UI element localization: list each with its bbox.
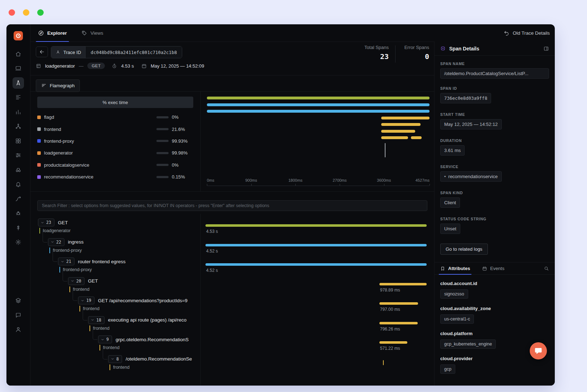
sidebar-item-infra-monitoring[interactable] <box>13 164 24 176</box>
span-operation-name: /oteldemo.RecommendationSe <box>126 356 192 362</box>
legend-service-loadgenerator[interactable]: loadgenerator99.98% <box>37 147 193 159</box>
span-details-tab-events[interactable]: Events <box>482 263 504 274</box>
span-duration-bar[interactable] <box>379 341 407 344</box>
tree-connector <box>73 288 77 301</box>
span-row[interactable]: 18executing api route (pages) /api/reco <box>88 316 199 324</box>
app-logo[interactable] <box>14 31 23 40</box>
span-expand-chip[interactable]: 18 <box>88 316 105 324</box>
span-duration-bar[interactable] <box>379 322 418 324</box>
back-button[interactable] <box>36 46 48 57</box>
sidebar-item-pipelines[interactable] <box>13 150 24 161</box>
tab-flamegraph[interactable]: Flamegraph <box>36 79 80 92</box>
legend-service-recommendationservice[interactable]: recommendationservice0.15% <box>37 171 193 183</box>
flamegraph-span-bar[interactable] <box>385 150 385 157</box>
bookmark-icon <box>440 266 445 271</box>
span-expand-chip[interactable]: 22 <box>48 238 64 246</box>
attribute-value[interactable]: gcp <box>440 364 455 374</box>
span-duration-bar[interactable] <box>379 283 427 285</box>
attribute-key: cloud.availability_zone <box>440 306 549 311</box>
tab-views[interactable]: Views <box>81 24 103 41</box>
sidebar-item-alerts[interactable] <box>13 178 24 190</box>
search-filter <box>37 200 427 211</box>
flamegraph-span-bar[interactable] <box>381 130 415 133</box>
span-duration-bar[interactable] <box>379 302 418 305</box>
span-row[interactable]: 21router frontend egress <box>58 258 199 265</box>
flamegraph-canvas[interactable] <box>207 92 430 177</box>
sidebar-item-get-started[interactable] <box>13 295 24 306</box>
span-expand-chip[interactable]: 19 <box>78 297 94 304</box>
exec-time-bar <box>156 140 169 142</box>
trace-id-chip[interactable]: Trace ID dc048bd9c88a2411efc801c710a2c1b… <box>51 46 182 58</box>
span-row[interactable]: 23GET <box>38 219 199 226</box>
flamegraph-span-bar[interactable] <box>411 136 422 139</box>
flamegraph-span-bar[interactable] <box>207 103 430 106</box>
sidebar-item-metrics[interactable] <box>13 106 24 118</box>
span-row[interactable]: 8/oteldemo.RecommendationSe <box>108 355 199 363</box>
span-duration-bar[interactable] <box>205 263 427 266</box>
sidebar-item-traces[interactable] <box>13 77 24 89</box>
sidebar-item-api-monitoring[interactable] <box>13 193 24 205</box>
old-trace-details-label: Old Trace Details <box>513 30 550 36</box>
span-duration-label: 797.00 ms <box>380 307 400 312</box>
sidebar-item-exceptions[interactable] <box>13 207 24 219</box>
span-detail-field: START TIMEMay 12, 2025 — 14:52:12 <box>440 112 549 138</box>
span-expand-chip[interactable]: 20 <box>68 277 84 285</box>
sidebar-item-services[interactable] <box>13 63 24 74</box>
sidebar-item-settings[interactable] <box>13 236 24 248</box>
span-row[interactable]: 19GET /api/recommendations?productIds=9 <box>78 297 199 304</box>
span-duration-label: 4.52 s <box>206 268 218 273</box>
attribute-value[interactable]: us-central1-c <box>440 314 474 324</box>
search-filter-input[interactable] <box>38 203 427 208</box>
tab-explorer[interactable]: Explorer <box>38 24 67 41</box>
flamegraph-span-bar[interactable] <box>207 97 430 99</box>
sidebar-item-support[interactable] <box>13 309 24 321</box>
span-expand-chip[interactable]: 9 <box>98 335 112 343</box>
field-label: SPAN NAME <box>440 62 549 66</box>
span-duration-bar[interactable] <box>205 224 427 227</box>
service-color-swatch <box>37 163 41 167</box>
go-to-related-logs-button[interactable]: Go to related logs <box>440 244 488 255</box>
legend-service-productcatalogservice[interactable]: productcatalogservice0% <box>37 159 193 171</box>
pipelines-icon <box>15 152 21 158</box>
attribute-key: cloud.platform <box>440 331 549 336</box>
sidebar-item-billing[interactable] <box>13 222 24 234</box>
flamegraph-span-bar[interactable] <box>381 123 421 126</box>
stopwatch-icon <box>112 63 117 69</box>
span-details-tab-attributes[interactable]: Attributes <box>440 263 470 274</box>
span-expand-chip[interactable]: 8 <box>108 355 122 363</box>
child-span-count: 9 <box>106 337 109 342</box>
span-row[interactable]: 20GET <box>68 277 199 285</box>
legend-service-frontend-proxy[interactable]: frontend-proxy99.93% <box>37 135 193 147</box>
legend-service-flagd[interactable]: flagd0% <box>37 111 193 123</box>
settings-icon <box>15 239 21 245</box>
minimize-button[interactable] <box>23 9 29 16</box>
field-label: STATUS CODE STRING <box>440 217 549 221</box>
tree-connector <box>93 327 97 340</box>
span-row[interactable]: 9grpc.oteldemo.RecommendationS <box>98 335 199 343</box>
sidebar-item-account[interactable] <box>13 324 24 335</box>
span-operation-name: GET <box>58 220 68 225</box>
old-trace-details-link[interactable]: Old Trace Details <box>504 24 550 41</box>
panel-toggle-icon[interactable] <box>543 46 549 52</box>
sidebar-item-logs[interactable] <box>13 92 24 103</box>
close-button[interactable] <box>9 9 15 16</box>
attribute-value[interactable]: gcp_kubernetes_engine <box>440 339 496 349</box>
span-duration-bar[interactable] <box>205 244 427 246</box>
span-row[interactable]: 22ingress <box>48 238 199 246</box>
attribute-value[interactable]: signozsso <box>440 289 468 299</box>
flamegraph-span-bar[interactable] <box>207 110 430 113</box>
sidebar-item-dashboards[interactable] <box>13 135 24 147</box>
search-icon[interactable] <box>544 266 549 271</box>
infra-monitoring-icon <box>15 167 21 173</box>
sidebar-item-home[interactable] <box>13 48 24 60</box>
maximize-button[interactable] <box>37 9 44 16</box>
sidebar-item-service-map[interactable] <box>13 121 24 132</box>
legend-service-frontend[interactable]: frontend21.6% <box>37 123 193 135</box>
span-expand-chip[interactable]: 23 <box>38 219 54 226</box>
span-expand-chip[interactable]: 21 <box>58 258 74 265</box>
child-span-count: 21 <box>66 259 71 264</box>
flamegraph-span-bar[interactable] <box>381 136 408 139</box>
span-duration-bar[interactable] <box>383 360 384 365</box>
flamegraph-span-bar[interactable] <box>381 117 430 119</box>
chat-launcher-button[interactable] <box>530 342 547 359</box>
